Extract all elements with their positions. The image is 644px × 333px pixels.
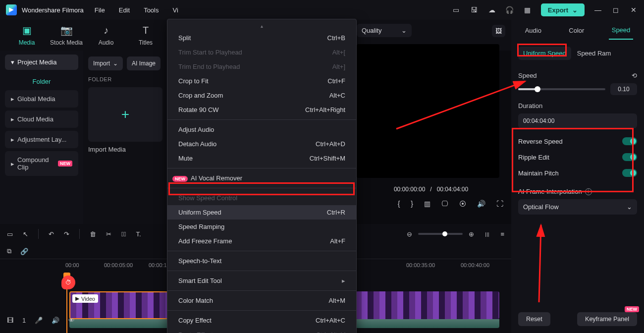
timeline-settings-icon[interactable]: ≡ <box>500 230 504 238</box>
undo-icon[interactable]: ↶ <box>49 230 54 238</box>
delete-icon[interactable]: 🗑 <box>90 230 96 238</box>
duplicate-icon[interactable]: ⧉ <box>7 247 11 255</box>
ripple-edit-toggle[interactable] <box>622 153 637 161</box>
menu-file[interactable]: File <box>95 6 105 14</box>
ctx-trim-end: Trim End to PlayheadAlt+] <box>167 59 356 74</box>
pointer-tool-icon[interactable]: ▭ <box>7 230 13 238</box>
menu-edit[interactable]: Edit <box>119 6 130 14</box>
sidebar-item-adjustment-layer[interactable]: ▸Adjustment Lay... <box>5 131 78 148</box>
marker-out-icon[interactable]: } <box>411 200 413 208</box>
reverse-speed-toggle[interactable] <box>622 137 637 145</box>
import-dropzone[interactable]: + <box>88 87 162 142</box>
record-icon[interactable]: ⦿ <box>459 200 466 208</box>
ctx-speech-to-text[interactable]: Speech-to-Text <box>167 254 356 268</box>
cut-icon[interactable]: ✂ <box>106 230 111 238</box>
inspector-tab-audio[interactable]: Audio <box>522 22 544 39</box>
speed-indicator[interactable]: ⏱ <box>61 276 75 289</box>
inspector-panel: Audio Color Speed Uniform Speed Speed Ra… <box>511 20 644 333</box>
sidebar-item-cloud-media[interactable]: ▸Cloud Media <box>5 111 78 128</box>
video-clip[interactable]: ▶Video <box>69 291 168 319</box>
video-clip[interactable] <box>356 291 499 319</box>
preview-canvas[interactable] <box>357 44 499 178</box>
zoom-slider[interactable] <box>418 233 463 235</box>
tab-audio[interactable]: ♪ Audio <box>88 24 124 46</box>
ai-interpolation-select[interactable]: Optical Flow ⌄ <box>518 199 637 215</box>
sidebar-item-compound-clip[interactable]: ▸Compound ClipNEW <box>5 151 78 176</box>
text-tool-icon[interactable]: T. <box>136 230 141 238</box>
zoom-out-icon[interactable]: ⊖ <box>407 230 412 238</box>
zoom-in-icon[interactable]: ⊕ <box>469 230 474 238</box>
ctx-ai-vocal-remover[interactable]: NEWAI Vocal Remover <box>167 171 356 185</box>
folder-tab[interactable]: Folder <box>5 73 78 90</box>
mixer-icon[interactable]: ⫼ <box>484 230 490 238</box>
sidebar-item-global-media[interactable]: ▸Global Media <box>5 90 78 108</box>
export-button[interactable]: Export ⌄ <box>541 3 585 16</box>
apps-icon[interactable]: ▦ <box>523 6 532 14</box>
scroll-up-icon[interactable]: ▴ <box>167 22 356 31</box>
fullscreen-icon[interactable]: ⛶ <box>496 200 503 208</box>
menu-view[interactable]: Vi <box>172 6 178 14</box>
app-title: Wondershare Filmora <box>22 6 84 14</box>
save-icon[interactable]: 🖫 <box>470 6 479 14</box>
minimize-icon[interactable]: — <box>593 6 602 14</box>
ai-image-button[interactable]: AI Image <box>127 56 161 70</box>
ratio-icon[interactable]: ▥ <box>424 200 430 208</box>
track-speaker-icon[interactable]: 🔊 <box>52 317 59 324</box>
keyframe-panel-button[interactable]: Keyframe Panel <box>577 312 637 326</box>
subtab-speed-ramping[interactable]: Speed Ram <box>576 47 612 60</box>
device-icon[interactable]: ▭ <box>452 6 461 14</box>
headset-icon[interactable]: 🎧 <box>505 6 514 14</box>
ctx-speed-ramping[interactable]: Speed Ramping <box>167 220 356 234</box>
display-icon[interactable]: 🖵 <box>441 200 448 208</box>
inspector-tab-color[interactable]: Color <box>566 22 587 39</box>
track-mic-icon[interactable]: 🎤 <box>35 317 43 324</box>
redo-icon[interactable]: ↷ <box>64 230 69 238</box>
ripple-edit-label: Ripple Edit <box>518 154 549 161</box>
ctx-mute[interactable]: MuteCtrl+Shift+M <box>167 151 356 166</box>
ctx-add-freeze-frame[interactable]: Add Freeze FrameAlt+F <box>167 234 356 248</box>
marker-in-icon[interactable]: { <box>398 200 400 208</box>
ctx-smart-edit-tool[interactable]: Smart Edit Tool▸ <box>167 274 356 288</box>
audio-waveform[interactable] <box>356 319 499 328</box>
cloud-icon[interactable]: ☁ <box>487 6 496 14</box>
ctx-detach-audio[interactable]: Detach AudioCtrl+Alt+D <box>167 137 356 151</box>
ctx-copy-effect[interactable]: Copy EffectCtrl+Alt+C <box>167 313 356 328</box>
tab-media[interactable]: ▣ Media <box>9 24 45 46</box>
speed-value[interactable]: 0.10 <box>610 83 637 95</box>
track-video-icon[interactable]: 🎞 <box>7 317 13 324</box>
track-visibility-icon[interactable]: 👁 <box>68 317 75 324</box>
ctx-crop-zoom[interactable]: Crop and ZoomAlt+C <box>167 88 356 103</box>
ctx-color-match[interactable]: Color MatchAlt+M <box>167 293 356 308</box>
menu-tools[interactable]: Tools <box>144 6 159 14</box>
crop-icon[interactable]: ✂⃞ <box>121 230 126 238</box>
close-icon[interactable]: ✕ <box>629 6 638 14</box>
ctx-crop-fit[interactable]: Crop to FitCtrl+F <box>167 74 356 88</box>
subtab-uniform-speed[interactable]: Uniform Speed <box>518 47 571 60</box>
ctx-split[interactable]: SplitCtrl+B <box>167 31 356 45</box>
ctx-uniform-speed[interactable]: Uniform SpeedCtrl+R <box>167 205 356 220</box>
quality-select[interactable]: Quality⌄ <box>357 24 412 37</box>
tab-stock-media[interactable]: 📷 Stock Media <box>49 24 84 46</box>
import-button[interactable]: Import⌄ <box>88 56 123 70</box>
maintain-pitch-toggle[interactable] <box>622 169 637 177</box>
snapshot-button[interactable]: 🖼 <box>492 25 505 37</box>
duration-input[interactable]: 00:04:04:00 <box>518 113 637 128</box>
tab-titles[interactable]: T Titles <box>128 24 163 46</box>
select-tool-icon[interactable]: ↖ <box>23 230 28 238</box>
info-icon[interactable]: i <box>585 188 592 195</box>
reset-speed-icon[interactable]: ⟲ <box>632 72 637 79</box>
maximize-icon[interactable]: ◻ <box>611 6 620 14</box>
maintain-pitch-label: Maintain Pitch <box>518 169 559 177</box>
reset-button[interactable]: Reset <box>518 312 550 326</box>
audio-waveform[interactable] <box>69 319 168 328</box>
app-logo <box>6 4 17 15</box>
speed-slider[interactable] <box>518 88 605 90</box>
ctx-adjust-audio[interactable]: Adjust Audio <box>167 122 356 137</box>
volume-icon[interactable]: 🔊 <box>477 200 485 208</box>
chevron-right-icon: ▸ <box>342 277 345 284</box>
folder-heading: FOLDER <box>88 76 162 82</box>
link-icon[interactable]: 🔗 <box>20 248 28 255</box>
project-media-header[interactable]: ▾ Project Media <box>5 55 78 70</box>
ctx-rotate-90[interactable]: Rotate 90 CWCtrl+Alt+Right <box>167 103 356 117</box>
inspector-tab-speed[interactable]: Speed <box>609 21 634 40</box>
